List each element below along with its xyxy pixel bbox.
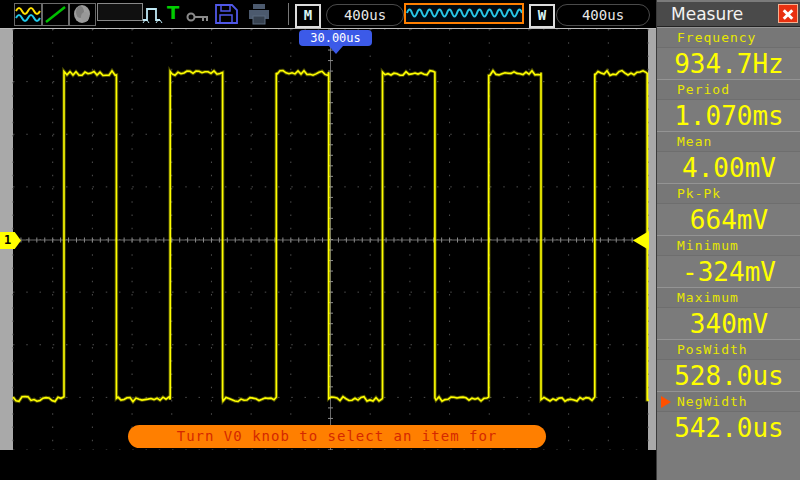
toolbar-separator [288,3,289,25]
measurement-list: Frequency 934.7Hz Period 1.070ms Mean 4.… [657,27,800,443]
pulse-icon [141,4,165,24]
trigger-position-marker-icon [329,46,343,54]
floppy-save-icon [213,3,239,25]
measurement-value: 1.070ms [657,100,800,132]
measurement-label-row: Mean [657,132,800,152]
measurement-value: 542.0us [657,412,800,444]
top-toolbar: T M 400us [0,0,656,28]
measurement-label: Maximum [677,290,739,305]
channel-waveforms-icon[interactable] [14,3,42,26]
measurement-label: Pk-Pk [677,186,721,201]
main-timebase-indicator: M [295,4,321,28]
measure-panel: Measure Frequency 934.7Hz Period 1.070ms… [656,0,800,480]
hint-message-bar: Turn V0 knob to select an item for measu… [128,425,546,448]
empty-indicator-slot [97,3,143,21]
measurement-label-row: NegWidth [657,392,800,412]
measurement-label: Period [677,82,730,97]
measurement-label-row: Frequency [657,28,800,48]
measurement-value: 528.0us [657,360,800,392]
smudge-icon [70,4,95,25]
window-timebase-value[interactable]: 400us [556,4,650,26]
measurement-item[interactable]: Maximum 340mV [657,287,800,339]
measurement-item[interactable]: Frequency 934.7Hz [657,27,800,79]
measurement-item[interactable]: Pk-Pk 664mV [657,183,800,235]
close-button[interactable] [778,4,798,23]
measure-panel-title: Measure [671,3,743,25]
measurement-item[interactable]: NegWidth 542.0us [657,391,800,443]
bottom-status-bar: DC 20 100mV CH1 -4.00mV 935.00Hz [0,450,656,480]
measurement-label-row: Period [657,80,800,100]
measurement-value: 340mV [657,308,800,340]
key-icon [186,11,210,23]
lock-key-icon [186,8,210,27]
waveform-display-area: 1 30.00us Turn V0 knob to select an item… [0,28,656,451]
measurement-value: 664mV [657,204,800,236]
measurement-label: NegWidth [677,394,748,409]
print-button[interactable] [246,3,272,29]
waveform-preview-window[interactable] [404,3,524,24]
diagonal-line-icon [43,4,68,25]
persistence-icon[interactable] [69,3,96,26]
main-timebase-value[interactable]: 400us [326,4,404,26]
measure-panel-header: Measure [657,2,800,27]
measurement-label: Frequency [677,30,756,45]
selected-item-arrow-icon [661,396,671,408]
trigger-t-indicator: T [167,2,179,23]
measurement-item[interactable]: PosWidth 528.0us [657,339,800,391]
dual-sine-icon [15,4,41,25]
oscilloscope-screen: T M 400us [0,0,800,480]
measurement-label-row: Pk-Pk [657,184,800,204]
measurement-label: Mean [677,134,712,149]
measurement-item[interactable]: Mean 4.00mV [657,131,800,183]
trigger-position-label[interactable]: 30.00us [299,30,372,46]
measurement-label-row: PosWidth [657,340,800,360]
measurement-value: -324mV [657,256,800,288]
measurement-item[interactable]: Minimum -324mV [657,235,800,287]
measurement-label: Minimum [677,238,739,253]
preview-sine-icon [406,5,522,22]
measurement-item[interactable]: Period 1.070ms [657,79,800,131]
display-line-mode-icon[interactable] [42,3,69,26]
measurement-label-row: Minimum [657,236,800,256]
pulse-trigger-icon[interactable] [141,4,165,28]
measurement-label: PosWidth [677,342,748,357]
save-button[interactable] [213,3,239,29]
window-timebase-indicator: W [529,4,555,28]
printer-icon [246,3,272,25]
measurement-value: 4.00mV [657,152,800,184]
ch1-waveform-trace [0,29,656,450]
measurement-value: 934.7Hz [657,48,800,80]
measurement-label-row: Maximum [657,288,800,308]
